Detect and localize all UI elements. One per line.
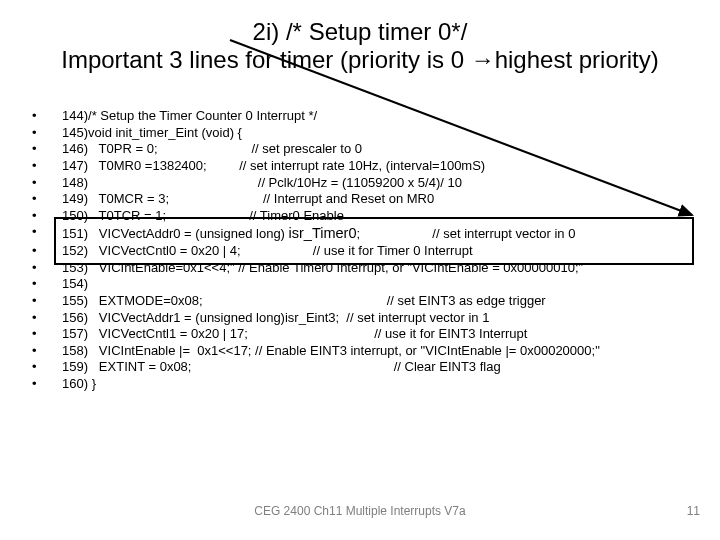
title-line-2: Important 3 lines for timer (priority is… xyxy=(0,46,720,74)
slide-title: 2i) /* Setup timer 0*/ Important 3 lines… xyxy=(0,18,720,73)
code-line: 144)/* Setup the Timer Counter 0 Interru… xyxy=(28,108,700,125)
code-line: 156) VICVectAddr1 = (unsigned long)isr_E… xyxy=(28,310,700,327)
title-line-2-pre: Important 3 lines for timer (priority is… xyxy=(61,46,470,73)
line151-post: ; // set interrupt vector in 0 xyxy=(357,226,576,241)
code-line: 150) T0TCR = 1; // Timer0 Enable xyxy=(28,208,700,225)
title-line-2-post: highest priority) xyxy=(495,46,659,73)
arrow-right-icon: → xyxy=(471,46,495,73)
code-line: 154) xyxy=(28,276,700,293)
code-line: 160) } xyxy=(28,376,700,393)
isr-timer0-symbol: isr_Timer0 xyxy=(289,225,357,241)
code-line: 152) VICVectCntl0 = 0x20 | 4; // use it … xyxy=(28,243,700,260)
code-line: 159) EXTINT = 0x08; // Clear EINT3 flag xyxy=(28,359,700,376)
code-line: 149) T0MCR = 3; // Interrupt and Reset o… xyxy=(28,191,700,208)
footer-text: CEG 2400 Ch11 Multiple Interrupts V7a xyxy=(0,504,720,518)
code-block: 144)/* Setup the Timer Counter 0 Interru… xyxy=(28,108,700,393)
code-line: 146) T0PR = 0; // set prescaler to 0 xyxy=(28,141,700,158)
code-line: 148) // Pclk/10Hz = (11059200 x 5/4)/ 10 xyxy=(28,175,700,192)
code-line: 145)void init_timer_Eint (void) { xyxy=(28,125,700,142)
code-line: 147) T0MR0 =1382400; // set interrupt ra… xyxy=(28,158,700,175)
line151-pre: 151) VICVectAddr0 = (unsigned long) xyxy=(62,226,289,241)
code-line: 157) VICVectCntl1 = 0x20 | 17; // use it… xyxy=(28,326,700,343)
page-number: 11 xyxy=(687,504,700,518)
code-line: 153) VICIntEnable=0x1<<4;" // Enable Tim… xyxy=(28,260,700,277)
code-line: 158) VICIntEnable |= 0x1<<17; // Enable … xyxy=(28,343,700,360)
code-line-151: 151) VICVectAddr0 = (unsigned long) isr_… xyxy=(28,224,700,243)
title-line-1: 2i) /* Setup timer 0*/ xyxy=(0,18,720,46)
code-list: 144)/* Setup the Timer Counter 0 Interru… xyxy=(28,108,700,393)
slide: 2i) /* Setup timer 0*/ Important 3 lines… xyxy=(0,0,720,540)
code-line: 155) EXTMODE=0x08; // set EINT3 as edge … xyxy=(28,293,700,310)
